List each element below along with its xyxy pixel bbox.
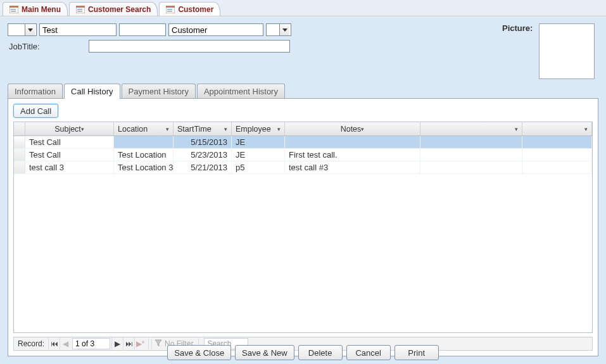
first-name-input[interactable] (39, 23, 117, 36)
col-starttime[interactable]: StartTime▾ (174, 122, 232, 135)
window-tabstrip: Main Menu Customer Search Customer (0, 0, 606, 16)
col-notes[interactable]: Notes▾ (285, 122, 420, 135)
cell-subject[interactable]: Test Call (25, 136, 114, 148)
svg-rect-3 (11, 11, 16, 12)
last-name-input[interactable] (168, 23, 263, 36)
cell-subject[interactable]: test call 3 (25, 161, 114, 173)
inner-tabstrip: Information Call History Payment History… (8, 84, 598, 99)
svg-rect-5 (76, 6, 85, 8)
col-employee[interactable]: Employee▾ (232, 122, 285, 135)
chevron-down-icon[interactable]: ▾ (166, 126, 169, 132)
svg-rect-11 (167, 11, 172, 12)
tab-label: Customer Search (88, 5, 151, 14)
cell-starttime[interactable]: 5/21/2013 (174, 161, 232, 173)
select-all-cell[interactable] (14, 122, 25, 135)
tab-main-menu[interactable]: Main Menu (3, 2, 68, 16)
cell-employee[interactable]: p5 (232, 161, 285, 173)
cell-blank (420, 149, 522, 161)
cell-subject[interactable]: Test Call (25, 149, 114, 161)
form-body: JobTitle: Picture: Information Call Hist… (0, 16, 606, 364)
col-location[interactable]: Location▾ (114, 122, 174, 135)
table-row[interactable]: test call 3Test Location 35/21/2013p5tes… (14, 161, 592, 174)
header-row: JobTitle: Picture: (8, 23, 598, 81)
row-selector[interactable] (14, 136, 25, 148)
grid-header: Subject▾ Location▾ StartTime▾ Employee▾ … (14, 122, 592, 136)
svg-rect-1 (9, 6, 18, 8)
chevron-down-icon[interactable] (279, 24, 289, 35)
cell-notes[interactable]: test call #3 (285, 161, 420, 173)
col-subject[interactable]: Subject▾ (25, 122, 114, 135)
delete-button[interactable]: Delete (298, 345, 343, 360)
tab-label: Main Menu (22, 5, 61, 14)
save-new-button[interactable]: Save & New (235, 345, 294, 360)
tab-label: Customer (178, 5, 213, 14)
col-label: Location (118, 125, 148, 134)
prefix-input[interactable] (8, 24, 25, 35)
table-row[interactable]: Test CallTest Location5/23/2013JEFirst t… (14, 149, 592, 161)
svg-rect-6 (77, 9, 82, 10)
col-blank: ▾ (420, 122, 522, 135)
row-selector[interactable] (14, 161, 25, 173)
chevron-down-icon[interactable]: ▾ (361, 126, 364, 132)
cell-location[interactable]: Test Location 3 (114, 161, 174, 173)
cell-location[interactable] (114, 136, 174, 148)
cell-starttime[interactable]: 5/15/2013 (174, 136, 232, 148)
col-label: Notes (341, 125, 362, 134)
cell-location[interactable]: Test Location (114, 149, 174, 161)
tab-customer[interactable]: Customer (159, 2, 220, 16)
svg-rect-2 (11, 9, 16, 10)
cell-employee[interactable]: JE (232, 149, 285, 161)
svg-rect-10 (167, 9, 172, 10)
cell-blank (522, 161, 592, 173)
col-blank: ▾ (522, 122, 592, 135)
form-icon (166, 6, 175, 13)
svg-rect-9 (166, 6, 175, 8)
suffix-input[interactable] (267, 24, 279, 35)
grid-body[interactable]: Test Call5/15/2013JETest CallTest Locati… (14, 136, 592, 332)
print-button[interactable]: Print (395, 345, 439, 360)
chevron-down-icon[interactable] (25, 24, 35, 35)
cell-starttime[interactable]: 5/23/2013 (174, 149, 232, 161)
cell-blank (420, 136, 522, 148)
tab-information[interactable]: Information (8, 84, 63, 99)
prefix-dropdown[interactable] (8, 23, 37, 36)
tab-customer-search[interactable]: Customer Search (69, 2, 158, 16)
add-call-button[interactable]: Add Call (13, 104, 58, 118)
jobtitle-input[interactable] (89, 40, 290, 53)
svg-rect-7 (77, 11, 82, 12)
suffix-dropdown[interactable] (266, 23, 291, 36)
chevron-down-icon[interactable]: ▾ (224, 126, 227, 132)
form-icon (9, 6, 18, 13)
tab-call-history[interactable]: Call History (64, 84, 120, 99)
col-label: Subject (54, 125, 81, 134)
chevron-down-icon[interactable]: ▾ (81, 126, 84, 132)
row-selector[interactable] (14, 149, 25, 161)
picture-label: Picture: (502, 23, 533, 33)
chevron-down-icon[interactable]: ▾ (515, 126, 518, 132)
cell-blank (522, 136, 592, 148)
cell-notes[interactable] (285, 136, 420, 148)
customer-form-window: Main Menu Customer Search Customer (0, 0, 606, 364)
jobtitle-label: JobTitle: (9, 42, 84, 51)
tab-appointment-history[interactable]: Appointment History (197, 84, 285, 99)
cell-employee[interactable]: JE (232, 136, 285, 148)
col-label: Employee (236, 125, 271, 134)
col-label: StartTime (177, 125, 211, 134)
chevron-down-icon[interactable]: ▾ (584, 126, 588, 132)
cell-blank (522, 149, 592, 161)
middle-name-input[interactable] (119, 23, 166, 36)
call-history-panel: Add Call Subject▾ Location▾ StartTime▾ E… (8, 98, 598, 356)
cell-blank (420, 161, 522, 173)
picture-box[interactable] (539, 23, 595, 79)
form-actions: Save & Close Save & New Delete Cancel Pr… (0, 345, 606, 360)
cancel-button[interactable]: Cancel (346, 345, 391, 360)
tab-payment-history[interactable]: Payment History (122, 84, 196, 99)
save-close-button[interactable]: Save & Close (167, 345, 231, 360)
form-icon (76, 6, 85, 13)
chevron-down-icon[interactable]: ▾ (277, 126, 281, 132)
table-row[interactable]: Test Call5/15/2013JE (14, 136, 592, 149)
calls-grid: Subject▾ Location▾ StartTime▾ Employee▾ … (13, 122, 593, 333)
cell-notes[interactable]: First test call. (285, 149, 420, 161)
